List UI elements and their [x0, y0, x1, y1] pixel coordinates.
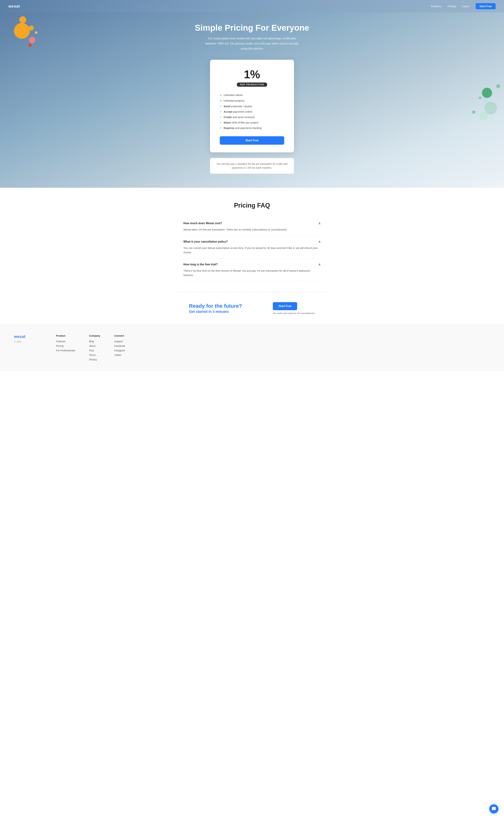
- cta-start-free-button[interactable]: Start Free: [273, 302, 297, 310]
- check-icon-payments: ✓: [220, 110, 222, 113]
- faq-question-2[interactable]: How long is the free trial? ∧: [183, 263, 321, 267]
- faq-question-1[interactable]: What is your cancellation policy? ∧: [183, 240, 321, 244]
- footer-link-pricing[interactable]: Pricing: [56, 345, 75, 347]
- card-start-free-button[interactable]: Start Free: [220, 136, 284, 145]
- footer-link-features[interactable]: Features: [56, 340, 75, 343]
- feature-files-text: Share 2GB of files per project: [224, 121, 258, 124]
- nav-features-link[interactable]: Features: [431, 5, 441, 8]
- deco-circle-green-2: [496, 84, 500, 88]
- footer-link-terms[interactable]: Terms: [89, 354, 100, 356]
- footer-copy: © 2020: [14, 340, 42, 343]
- nav-logo: wesat: [8, 4, 20, 9]
- footer-col-product: Product Features Pricing For Professiona…: [56, 334, 75, 363]
- deco-circle-red-dot: [28, 44, 32, 47]
- faq-item-1: What is your cancellation policy? ∧ You …: [183, 236, 321, 259]
- infinity-icon-clients: ∞: [220, 93, 222, 97]
- footer-link-professionals[interactable]: For Professionals: [56, 349, 75, 352]
- faq-title: Pricing FAQ: [183, 202, 321, 209]
- faq-question-0[interactable]: How much does Wesat cost? ∧: [183, 222, 321, 225]
- cta-right: Start Free No credit card required. No c…: [273, 302, 315, 315]
- feature-proposals: ✓ Send proposals / quotes: [220, 103, 284, 109]
- footer-brand: wesat © 2020: [14, 334, 42, 363]
- faq-answer-0: Wesat takes 1% fee per transaction. Ther…: [183, 227, 321, 232]
- faq-question-text-2: How long is the free trial?: [183, 263, 218, 266]
- price-badge: PER TRANSACTION: [237, 82, 267, 87]
- feature-list: ∞ Unlimited clients ∞ Unlimited projects…: [220, 92, 284, 131]
- footer-col-connect-heading: Connect: [114, 334, 125, 337]
- feature-contracts-text: Create and send contracts: [224, 116, 255, 118]
- hero-section: Simple Pricing For Everyone Our subscrip…: [0, 12, 504, 188]
- footer-link-faq[interactable]: FAQ: [89, 349, 100, 352]
- check-icon-expense: ✓: [220, 126, 222, 129]
- feature-payments-text: Accept payments online: [224, 110, 252, 113]
- faq-item-2: How long is the free trial? ∧ There's no…: [183, 259, 321, 282]
- footer-col-connect: Connect Support Facebook Instagram Twitt…: [114, 334, 125, 363]
- deco-circle-orange-large: [14, 23, 30, 39]
- pricing-card: 1% PER TRANSACTION ∞ Unlimited clients ∞…: [210, 60, 294, 152]
- footer-link-facebook[interactable]: Facebook: [114, 345, 125, 347]
- deco-circle-green-5: [472, 110, 475, 114]
- cta-note: No credit card required. No commitments.: [273, 312, 315, 315]
- footer-col-product-heading: Product: [56, 334, 75, 337]
- chevron-up-icon-0: ∧: [318, 222, 321, 225]
- hero-title: Simple Pricing For Everyone: [8, 23, 496, 33]
- infinity-icon-projects: ∞: [220, 99, 222, 102]
- feature-proposals-text: Send proposals / quotes: [224, 105, 252, 108]
- feature-files: ✓ Share 2GB of files per project: [220, 120, 284, 125]
- footer-link-support[interactable]: Support: [114, 340, 125, 343]
- faq-question-text-0: How much does Wesat cost?: [183, 222, 222, 225]
- cta-subtitle: Get started in 3 minutes: [189, 310, 242, 314]
- deco-circle-salmon: [29, 37, 35, 43]
- faq-answer-1: You can cancel your Wesat subscription a…: [183, 246, 321, 255]
- deco-circle-orange-medium: [19, 16, 26, 23]
- feature-payments: ✓ Accept payments online: [220, 109, 284, 114]
- cta-text: Ready for the future? Get started in 3 m…: [189, 303, 242, 314]
- deco-circle-yellow-dot: [35, 31, 37, 34]
- nav-pricing-link[interactable]: Pricing: [448, 5, 456, 8]
- feature-unlimited-clients: ∞ Unlimited clients: [220, 92, 284, 98]
- footer-link-blog[interactable]: Blog: [89, 340, 100, 343]
- chevron-up-icon-2: ∧: [318, 263, 321, 267]
- nav-login-link[interactable]: Log In: [462, 5, 469, 8]
- feature-unlimited-projects: ∞ Unlimited projects: [220, 98, 284, 103]
- feature-clients-text: Unlimited clients: [223, 93, 243, 96]
- faq-section: Pricing FAQ How much does Wesat cost? ∧ …: [175, 188, 329, 292]
- nav-links: Features Pricing Log In Start Free: [431, 3, 496, 9]
- faq-question-text-1: What is your cancellation policy?: [183, 240, 228, 243]
- feature-expense-text: Expense and payments tracking: [224, 126, 262, 129]
- deco-circle-orange-small: [29, 26, 34, 30]
- feature-contracts: ✓ Create and send contracts: [220, 114, 284, 120]
- footer-link-twitter[interactable]: Twitter: [114, 354, 125, 356]
- chevron-up-icon-1: ∧: [318, 240, 321, 244]
- note-text: You will also pay a standard 3% fee per …: [216, 162, 288, 169]
- deco-circle-green-3: [479, 96, 481, 99]
- feature-expense: ✓ Expense and payments tracking: [220, 125, 284, 131]
- feature-projects-text: Unlimited projects: [223, 99, 244, 102]
- footer-logo: wesat: [14, 334, 42, 339]
- cta-title: Ready for the future?: [189, 303, 242, 309]
- faq-item-0: How much does Wesat cost? ∧ Wesat takes …: [183, 218, 321, 236]
- note-card: You will also pay a standard 3% fee per …: [210, 158, 294, 174]
- faq-answer-2: There's no time limit on the free versio…: [183, 269, 321, 278]
- footer: wesat © 2020 Product Features Pricing Fo…: [0, 324, 504, 371]
- footer-col-company: Company Blog About FAQ Terms Privacy: [89, 334, 100, 363]
- footer-inner: wesat © 2020 Product Features Pricing Fo…: [14, 334, 490, 363]
- hero-subtitle: Our subscription-free model lets you tak…: [203, 36, 301, 51]
- nav-start-free-button[interactable]: Start Free: [476, 3, 496, 9]
- check-icon-proposals: ✓: [220, 105, 222, 107]
- footer-link-about[interactable]: About: [89, 345, 100, 347]
- footer-link-instagram[interactable]: Instagram: [114, 349, 125, 352]
- deco-circle-green-6: [479, 111, 488, 120]
- footer-col-company-heading: Company: [89, 334, 100, 337]
- footer-link-privacy[interactable]: Privacy: [89, 358, 100, 361]
- navbar: wesat Features Pricing Log In Start Free: [0, 0, 504, 12]
- cta-section: Ready for the future? Get started in 3 m…: [175, 292, 329, 324]
- price-amount: 1%: [220, 69, 284, 80]
- check-icon-files: ✓: [220, 121, 222, 124]
- deco-circle-green-1: [482, 88, 492, 98]
- check-icon-contracts: ✓: [220, 116, 222, 118]
